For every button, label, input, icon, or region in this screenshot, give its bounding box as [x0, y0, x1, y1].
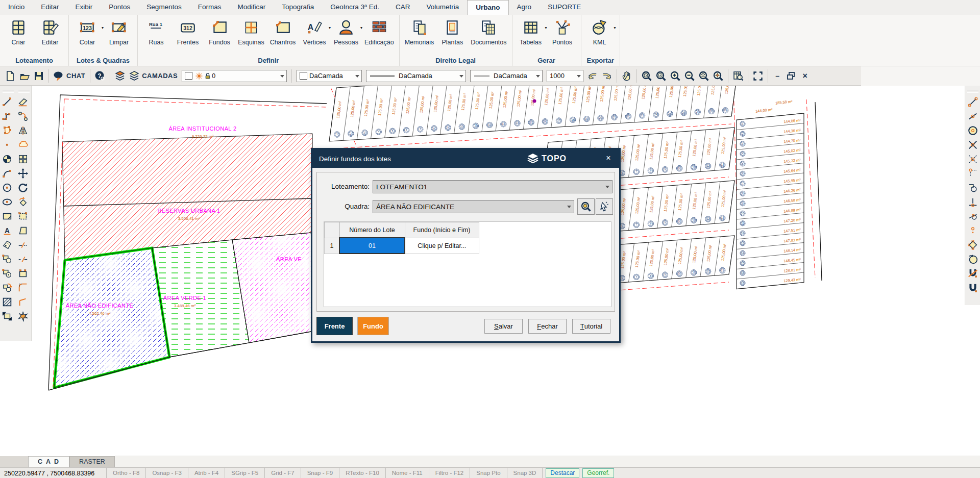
toggle-sgrip-f5[interactable]: SGrip - F5: [225, 468, 264, 478]
dialog-title-bar[interactable]: Definir fundos dos lotes TOPO ×: [312, 149, 619, 168]
destacar-toggle[interactable]: Destacar: [546, 468, 579, 478]
new-file-icon[interactable]: [4, 69, 17, 83]
tool-line[interactable]: [0, 95, 14, 109]
toggle-ortho-f8[interactable]: Ortho - F8: [106, 468, 145, 478]
lineweight-combo[interactable]: DaCamada: [470, 70, 543, 82]
tool-copy-object2[interactable]: [0, 266, 14, 281]
fechar-button[interactable]: Fechar: [528, 319, 567, 334]
tool-snap-insert[interactable]: [966, 181, 980, 195]
tab-raster[interactable]: RASTER: [69, 456, 115, 467]
toggle-grid-f7[interactable]: Grid - F7: [264, 468, 300, 478]
loteamento-combo[interactable]: LOTEAMENTO1: [373, 180, 612, 193]
tool-snap-center[interactable]: [966, 123, 980, 138]
ribbon-item-edificacao[interactable]: Edificação: [362, 16, 397, 47]
ribbon-item-pontos[interactable]: Pontos: [547, 16, 578, 47]
menu-tab-geoincra-3-ed[interactable]: GeoIncra 3ª Ed.: [322, 0, 387, 15]
zoom-extents-icon[interactable]: [712, 69, 725, 83]
open-file-icon[interactable]: [18, 69, 31, 83]
menu-tab-urbano[interactable]: Urbano: [467, 0, 508, 15]
tool-target[interactable]: [0, 152, 14, 166]
ribbon-item-chanfros[interactable]: Chanfros: [267, 16, 299, 47]
ribbon-item-fundos[interactable]: Fundos: [204, 16, 235, 47]
ribbon-item-criar[interactable]: Criar: [3, 16, 34, 47]
tool-snap-point[interactable]: [966, 223, 980, 238]
lotes-table[interactable]: Número do Lote Fundo (Início e Fim) 1 01…: [324, 221, 611, 307]
tool-trim-rect[interactable]: [0, 309, 14, 323]
quadra-combo[interactable]: ÁREA NÃO EDIFICANTE: [373, 200, 574, 213]
tool-snap-quadrant[interactable]: [966, 238, 980, 252]
tool-break-point[interactable]: [16, 252, 30, 266]
zoom-realtime-icon[interactable]: [640, 69, 653, 83]
ribbon-item-vertices[interactable]: A▾Vértices: [299, 16, 330, 47]
quadra-pick-button[interactable]: [596, 198, 613, 215]
tool-eraser[interactable]: [16, 95, 30, 109]
tool-explode[interactable]: [16, 309, 30, 323]
tool-square-handles[interactable]: [16, 266, 30, 281]
restore-button[interactable]: [785, 69, 798, 83]
camadas-label[interactable]: CAMADAS: [142, 72, 178, 80]
tool-polyline[interactable]: [0, 109, 14, 123]
tool-rotate-shape[interactable]: [16, 195, 30, 209]
tool-break-line[interactable]: [16, 238, 30, 252]
tool-fillet[interactable]: [16, 281, 30, 295]
tool-snap-tangent[interactable]: [966, 209, 980, 223]
ribbon-item-documentos[interactable]: Documentos: [468, 16, 509, 47]
linetype-combo[interactable]: DaCamada: [366, 70, 466, 82]
tool-mirror[interactable]: [16, 123, 30, 138]
toggle-rtexto-f10[interactable]: RTexto - F10: [339, 468, 385, 478]
menu-tab-pontos[interactable]: Pontos: [101, 0, 138, 15]
tab-cad[interactable]: C A D: [28, 456, 69, 467]
toggle-atrib-f4[interactable]: Atrib - F4: [188, 468, 225, 478]
ribbon-item-cotar[interactable]: 123▾Cotar: [71, 16, 103, 47]
menu-tab-volumetria[interactable]: Volumetria: [419, 0, 468, 15]
ribbon-item-esquinas[interactable]: Esquinas: [235, 16, 267, 47]
scale-combo[interactable]: 1000: [547, 70, 583, 82]
chat-icon[interactable]: [52, 69, 65, 83]
menu-tab-inicio[interactable]: Início: [0, 0, 33, 15]
col-fundo[interactable]: Fundo (Início e Fim): [405, 222, 479, 238]
tool-rectangle[interactable]: [0, 209, 14, 223]
tutorial-button[interactable]: Tutorial: [572, 319, 610, 334]
menu-tab-modificar[interactable]: Modificar: [229, 0, 274, 15]
tool-tag[interactable]: [0, 238, 14, 252]
tool-cloud[interactable]: [16, 138, 30, 152]
tool-point[interactable]: [0, 138, 14, 152]
tool-hatch[interactable]: [0, 295, 14, 309]
color-combo[interactable]: DaCamada: [297, 70, 362, 82]
col-numero-do-lote[interactable]: Número do Lote: [339, 222, 405, 238]
tool-corner[interactable]: [16, 295, 30, 309]
toggle-nome-f11[interactable]: Nome - F11: [385, 468, 429, 478]
toggle-osnap-f3[interactable]: Osnap - F3: [145, 468, 188, 478]
menu-tab-editar[interactable]: Editar: [33, 0, 67, 15]
camadas-layers-icon[interactable]: [128, 69, 141, 83]
tool-snap-nearest[interactable]: [966, 252, 980, 266]
tool-snap-off[interactable]: [966, 266, 980, 281]
tool-rotate[interactable]: [16, 181, 30, 195]
tool-transform[interactable]: [16, 109, 30, 123]
toggle-snap-f9[interactable]: Snap - F9: [301, 468, 339, 478]
ribbon-item-tabelas[interactable]: ▾Tabelas: [515, 16, 547, 47]
palette-drag-handle[interactable]: [967, 90, 978, 93]
toggle-snap-3d[interactable]: Snap 3D: [507, 468, 543, 478]
close-button[interactable]: ×: [798, 71, 812, 81]
tool-move[interactable]: [16, 166, 30, 181]
tool-ellipse[interactable]: [0, 195, 14, 209]
tool-array[interactable]: [16, 152, 30, 166]
lote-cell-selected[interactable]: 01: [339, 238, 405, 254]
tool-snap-on[interactable]: [966, 281, 980, 295]
ribbon-item-editar[interactable]: Editar: [34, 16, 66, 47]
redo-icon[interactable]: [600, 69, 614, 83]
layer-combo[interactable]: 0: [182, 70, 287, 82]
tool-polygon[interactable]: [0, 123, 14, 138]
tool-snap-node[interactable]: [966, 166, 980, 181]
layers-icon[interactable]: [113, 69, 127, 83]
dialog-close-icon[interactable]: ×: [603, 153, 614, 164]
tool-snap-midpoint[interactable]: [966, 109, 980, 123]
tool-snap-apparent[interactable]: [966, 152, 980, 166]
dropdown-arrow-icon[interactable]: ▾: [614, 26, 616, 30]
quadra-search-button[interactable]: [577, 198, 595, 215]
toggle-snap-pto[interactable]: Snap Pto: [470, 468, 506, 478]
save-icon[interactable]: [32, 69, 45, 83]
undo-icon[interactable]: [586, 69, 599, 83]
toggle-filtro-f12[interactable]: Filtro - F12: [429, 468, 470, 478]
